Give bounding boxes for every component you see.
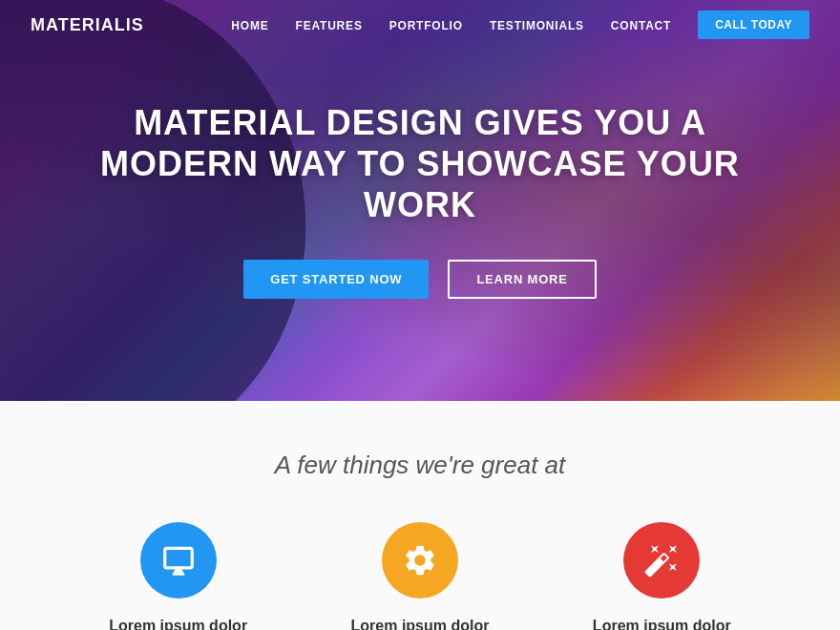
feature-icon-gear	[382, 522, 458, 598]
nav-item-contact[interactable]: CONTACT	[611, 16, 671, 33]
nav-item-testimonials[interactable]: TESTIMONIALS	[490, 16, 584, 33]
features-grid: Lorem ipsum dolor Lorem ipsum dolor sit …	[57, 522, 783, 630]
nav-link-portfolio[interactable]: PORTFOLIO	[389, 19, 463, 32]
nav-menu: HOME FEATURES PORTFOLIO TESTIMONIALS CON…	[231, 10, 809, 39]
gear-icon	[402, 542, 438, 578]
hero-buttons: GET STARTED NOW LEARN MORE	[243, 260, 597, 299]
feature-item-3: Lorem ipsum dolor Lorem ipsum dolor sit …	[541, 522, 783, 630]
call-today-button[interactable]: CALL TODAY	[698, 10, 809, 39]
monitor-icon	[160, 542, 197, 578]
get-started-button[interactable]: GET STARTED NOW	[243, 260, 429, 299]
feature-title-3: Lorem ipsum dolor	[570, 618, 754, 630]
hero-title: MATERIAL DESIGN GIVES YOU A MODERN WAY T…	[76, 102, 764, 226]
nav-item-features[interactable]: FEATURES	[296, 16, 363, 33]
learn-more-button[interactable]: LEARN MORE	[448, 260, 596, 299]
nav-link-home[interactable]: HOME	[231, 19, 268, 32]
feature-title-2: Lorem ipsum dolor	[327, 618, 512, 630]
feature-icon-magic	[623, 522, 700, 598]
features-section: A few things we're great at Lorem ipsum …	[0, 401, 840, 630]
feature-item-2: Lorem ipsum dolor Lorem ipsum dolor sit …	[299, 522, 540, 630]
hero-section: MATERIALIS HOME FEATURES PORTFOLIO TESTI…	[0, 0, 840, 401]
nav-link-contact[interactable]: CONTACT	[611, 19, 671, 32]
feature-title-1: Lorem ipsum dolor	[86, 618, 270, 630]
feature-icon-monitor	[140, 522, 217, 598]
nav-item-cta[interactable]: CALL TODAY	[698, 10, 809, 39]
feature-item-1: Lorem ipsum dolor Lorem ipsum dolor sit …	[57, 522, 299, 630]
nav-link-testimonials[interactable]: TESTIMONIALS	[490, 19, 584, 32]
nav-item-portfolio[interactable]: PORTFOLIO	[389, 16, 463, 33]
hero-content: MATERIAL DESIGN GIVES YOU A MODERN WAY T…	[0, 0, 840, 401]
brand-logo: MATERIALIS	[31, 15, 144, 35]
features-heading: A few things we're great at	[57, 451, 783, 480]
navbar: MATERIALIS HOME FEATURES PORTFOLIO TESTI…	[0, 0, 840, 50]
magic-wand-icon	[643, 542, 680, 578]
nav-link-features[interactable]: FEATURES	[296, 19, 363, 32]
nav-item-home[interactable]: HOME	[231, 16, 268, 33]
